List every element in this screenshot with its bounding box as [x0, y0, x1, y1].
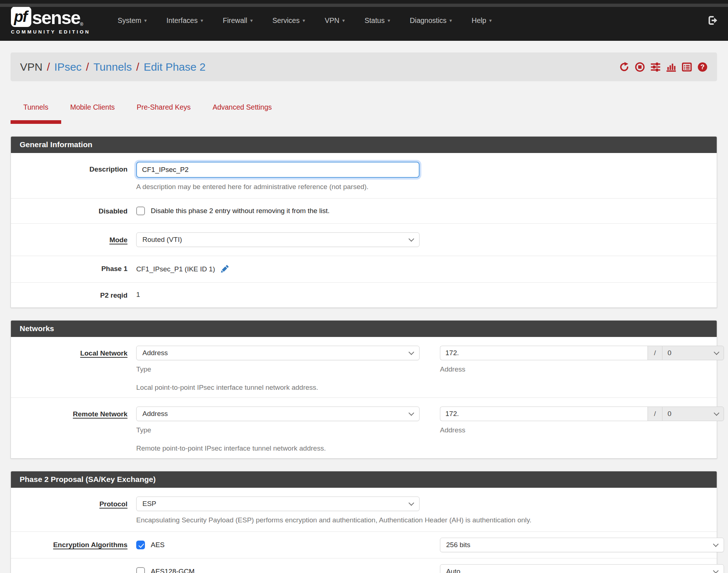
field-help: Remote point-to-point IPsec interface tu… — [136, 444, 724, 452]
chevron-down-icon — [409, 410, 414, 416]
field-help: Address — [440, 426, 724, 434]
chevron-down-icon — [714, 349, 720, 355]
breadcrumb-panel: VPN / IPsec / Tunnels / Edit Phase 2 ? — [11, 52, 717, 81]
aes-checkbox[interactable] — [136, 541, 145, 549]
caret-down-icon: ▾ — [342, 17, 345, 23]
nav-item-services[interactable]: Services▾ — [263, 16, 315, 25]
disabled-checkbox[interactable] — [136, 207, 145, 215]
caret-down-icon: ▾ — [449, 17, 452, 23]
field-disabled: Disabled Disable this phase 2 entry with… — [11, 198, 717, 223]
breadcrumb-separator: / — [47, 61, 50, 73]
tab-tunnels[interactable]: Tunnels — [11, 103, 61, 124]
field-encryption-aes128gcm: AES128-GCM Auto — [11, 558, 717, 573]
field-label: Encryption Algorithms — [11, 541, 136, 549]
tab-bar: Tunnels Mobile Clients Pre-Shared Keys A… — [11, 103, 717, 124]
breadcrumb: VPN / IPsec / Tunnels / Edit Phase 2 — [20, 61, 206, 73]
stop-icon[interactable] — [635, 62, 645, 72]
field-label: Phase 1 — [11, 264, 136, 274]
aes-bits-select[interactable]: 256 bits — [440, 538, 724, 552]
field-label: Local Network — [11, 346, 136, 392]
top-navbar: pf sense ® COMMUNITY EDITION System▾ Int… — [0, 0, 728, 41]
field-label: Protocol — [11, 497, 136, 524]
edit-pencil-icon[interactable] — [219, 264, 229, 274]
field-description: Description A description may be entered… — [11, 153, 717, 198]
caret-down-icon: ▾ — [201, 17, 203, 23]
breadcrumb-ipsec[interactable]: IPsec — [54, 61, 82, 73]
page-action-icons: ? — [619, 62, 708, 72]
field-protocol: Protocol ESP Encapsulating Security Payl… — [11, 488, 717, 531]
sliders-icon[interactable] — [650, 62, 661, 72]
field-help: Type — [136, 365, 420, 373]
sign-out-icon[interactable] — [708, 15, 718, 25]
field-p2-reqid: P2 reqid 1 — [11, 282, 717, 307]
logo-tagline: COMMUNITY EDITION — [11, 29, 90, 35]
caret-down-icon: ▾ — [303, 17, 305, 23]
section-general-information: General Information Description A descri… — [11, 136, 717, 308]
checkbox-label: Disable this phase 2 entry without remov… — [151, 207, 330, 215]
chevron-down-icon — [409, 349, 414, 355]
description-input[interactable] — [136, 162, 420, 178]
field-help: Encapsulating Security Payload (ESP) per… — [136, 516, 712, 524]
caret-down-icon: ▾ — [489, 17, 492, 23]
tab-advanced-settings[interactable]: Advanced Settings — [200, 103, 285, 124]
breadcrumb-tunnels[interactable]: Tunnels — [93, 61, 132, 73]
tab-pre-shared-keys[interactable]: Pre-Shared Keys — [124, 103, 204, 124]
nav-item-status[interactable]: Status▾ — [355, 16, 400, 25]
field-label: Disabled — [11, 207, 136, 215]
field-label: P2 reqid — [11, 291, 136, 299]
logo-sense-text: sense — [32, 9, 80, 27]
main-menu: System▾ Interfaces▾ Firewall▾ Services▾ … — [108, 16, 501, 25]
panel-title: General Information — [11, 137, 717, 153]
remote-network-address-input[interactable] — [440, 407, 648, 421]
svg-text:?: ? — [700, 63, 704, 71]
nav-item-system[interactable]: System▾ — [108, 16, 157, 25]
aes128-gcm-checkbox[interactable] — [136, 567, 145, 573]
chevron-down-icon — [713, 568, 719, 573]
section-networks: Networks Local Network Address Type / 0 … — [11, 320, 717, 459]
protocol-select[interactable]: ESP — [136, 497, 420, 511]
tab-mobile-clients[interactable]: Mobile Clients — [58, 103, 127, 124]
slash-separator: / — [648, 407, 662, 421]
nav-item-interfaces[interactable]: Interfaces▾ — [157, 16, 213, 25]
help-icon[interactable]: ? — [697, 62, 708, 72]
breadcrumb-edit-phase-2[interactable]: Edit Phase 2 — [143, 61, 205, 73]
field-remote-network: Remote Network Address Type / 0 Address … — [11, 397, 717, 458]
field-label: Mode — [11, 232, 136, 247]
caret-down-icon: ▾ — [250, 17, 253, 23]
field-help: Address — [440, 365, 724, 373]
field-help: A description may be entered here for ad… — [136, 183, 712, 191]
field-phase1: Phase 1 CF1_IPsec_P1 (IKE ID 1) — [11, 256, 717, 282]
local-network-type-select[interactable]: Address — [136, 346, 420, 360]
pf-logo-box: pf — [11, 7, 31, 27]
nav-item-firewall[interactable]: Firewall▾ — [213, 16, 263, 25]
remote-network-type-select[interactable]: Address — [136, 407, 420, 421]
pfsense-logo[interactable]: pf sense ® COMMUNITY EDITION — [11, 7, 90, 35]
phase1-value: CF1_IPsec_P1 (IKE ID 1) — [136, 265, 215, 273]
chevron-down-icon — [713, 541, 719, 547]
breadcrumb-separator: / — [86, 61, 89, 73]
nav-item-diagnostics[interactable]: Diagnostics▾ — [400, 16, 462, 25]
registered-mark: ® — [80, 22, 83, 27]
field-label: Remote Network — [11, 407, 136, 452]
mode-select[interactable]: Routed (VTI) — [136, 232, 420, 247]
remote-network-prefix-select[interactable]: 0 — [662, 407, 724, 421]
p2-reqid-value: 1 — [136, 291, 712, 299]
log-icon[interactable] — [682, 62, 692, 72]
aes128-gcm-bits-select[interactable]: Auto — [440, 564, 724, 573]
chevron-down-icon — [714, 410, 720, 416]
nav-item-help[interactable]: Help▾ — [462, 16, 501, 25]
breadcrumb-separator: / — [136, 61, 139, 73]
chevron-down-icon — [409, 236, 414, 242]
local-network-address-input[interactable] — [440, 346, 648, 360]
nav-item-vpn[interactable]: VPN▾ — [315, 16, 355, 25]
local-network-prefix-select[interactable]: 0 — [662, 346, 724, 360]
algorithm-label: AES — [151, 541, 165, 549]
bar-chart-icon[interactable] — [666, 62, 676, 72]
slash-separator: / — [648, 346, 662, 360]
panel-title: Phase 2 Proposal (SA/Key Exchange) — [11, 471, 717, 488]
refresh-icon[interactable] — [619, 62, 629, 72]
section-phase2-proposal: Phase 2 Proposal (SA/Key Exchange) Proto… — [11, 471, 717, 573]
caret-down-icon: ▾ — [387, 17, 390, 23]
field-encryption-aes: Encryption Algorithms AES 256 bits — [11, 531, 717, 558]
field-help: Type — [136, 426, 420, 434]
